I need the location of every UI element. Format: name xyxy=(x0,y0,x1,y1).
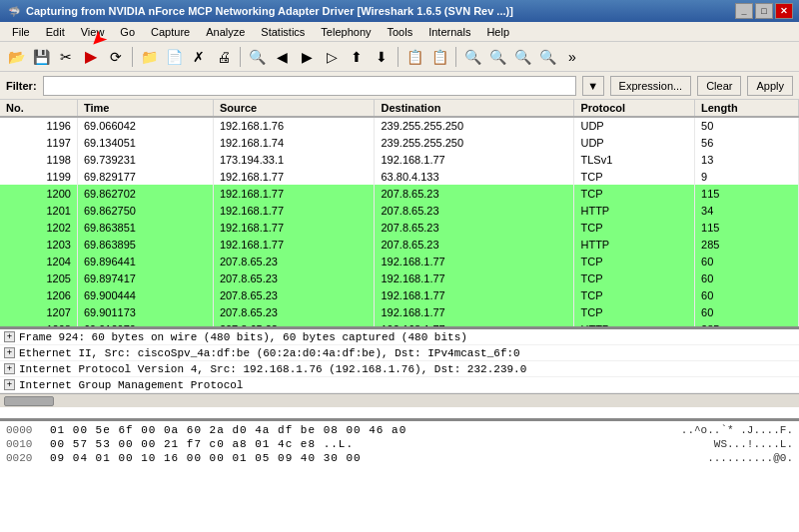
tb-delete[interactable]: ✗ xyxy=(187,45,211,69)
hex-address: 0000 xyxy=(6,424,38,436)
detail-expand-icon[interactable]: + xyxy=(4,379,15,390)
detail-expand-icon[interactable]: + xyxy=(4,347,15,358)
minimize-button[interactable]: _ xyxy=(735,3,753,19)
detail-text: Internet Protocol Version 4, Src: 192.16… xyxy=(19,363,526,375)
hex-row: 002009 04 01 00 10 16 00 00 01 05 09 40 … xyxy=(6,451,793,465)
expression-button[interactable]: Expression... xyxy=(610,76,692,96)
tb-reload[interactable]: ▶ ➤ xyxy=(79,45,103,69)
col-protocol: Protocol xyxy=(574,100,695,117)
packet-detail: +Frame 924: 60 bytes on wire (480 bits),… xyxy=(0,329,799,421)
detail-expand-icon[interactable]: + xyxy=(4,363,15,374)
filter-bar: Filter: ▼ Expression... Clear Apply xyxy=(0,72,799,100)
hex-ascii: ..........@0. xyxy=(707,452,793,464)
menu-statistics[interactable]: Statistics xyxy=(253,22,313,41)
hex-row: 001000 57 53 00 00 21 f7 c0 a8 01 4c e8 … xyxy=(6,437,793,451)
col-source: Source xyxy=(213,100,375,117)
packet-table: No. Time Source Destination Protocol Len… xyxy=(0,100,799,326)
tb-more[interactable]: » xyxy=(560,45,584,69)
tb-zoom-out[interactable]: 🔍 xyxy=(485,45,509,69)
tb-zoom-reset[interactable]: 🔍 xyxy=(510,45,534,69)
menu-analyze[interactable]: Analyze xyxy=(198,22,253,41)
table-row[interactable]: 120669.900444207.8.65.23192.168.1.77TCP6… xyxy=(0,286,799,303)
col-length: Length xyxy=(695,100,799,117)
tb-capture-restart[interactable]: ⟳ xyxy=(104,45,128,69)
filter-input[interactable] xyxy=(43,76,576,96)
tb-next2[interactable]: ▷ xyxy=(320,45,344,69)
hex-view: 000001 00 5e 6f 00 0a 60 2a d0 4a df be … xyxy=(0,421,799,532)
table-row[interactable]: 119769.134051192.168.1.74239.255.255.250… xyxy=(0,134,799,151)
menu-capture[interactable]: Capture xyxy=(143,22,198,41)
main-content: No. Time Source Destination Protocol Len… xyxy=(0,100,799,532)
menu-view[interactable]: View xyxy=(73,22,113,41)
hex-ascii: WS...!....L. xyxy=(714,438,793,450)
menu-go[interactable]: Go xyxy=(112,22,143,41)
table-row[interactable]: 120069.862702192.168.1.77207.8.65.23TCP1… xyxy=(0,185,799,202)
table-row[interactable]: 120369.863895192.168.1.77207.8.65.23HTTP… xyxy=(0,236,799,253)
table-row[interactable]: 120569.897417207.8.65.23192.168.1.77TCP6… xyxy=(0,269,799,286)
filter-label: Filter: xyxy=(6,80,37,92)
apply-button[interactable]: Apply xyxy=(747,76,793,96)
tb-open[interactable]: 📂 xyxy=(4,45,28,69)
detail-row[interactable]: +Ethernet II, Src: ciscoSpv_4a:df:be (60… xyxy=(0,345,799,361)
packet-tbody: 119669.066042192.168.1.76239.255.255.250… xyxy=(0,117,799,326)
detail-rows: +Frame 924: 60 bytes on wire (480 bits),… xyxy=(0,329,799,393)
table-row[interactable]: 120269.863851192.168.1.77207.8.65.23TCP1… xyxy=(0,219,799,236)
app-icon: 🦈 xyxy=(6,3,22,19)
maximize-button[interactable]: □ xyxy=(755,3,773,19)
tb-prev[interactable]: ◀ xyxy=(270,45,294,69)
hex-address: 0020 xyxy=(6,452,38,464)
tb-find[interactable]: 🔍 xyxy=(245,45,269,69)
table-row[interactable]: 119669.066042192.168.1.76239.255.255.250… xyxy=(0,117,799,134)
table-row[interactable]: 120769.901173207.8.65.23192.168.1.77TCP6… xyxy=(0,303,799,320)
detail-row[interactable]: +Internet Protocol Version 4, Src: 192.1… xyxy=(0,361,799,377)
menu-internals[interactable]: Internals xyxy=(420,22,478,41)
toolbar: 📂 💾 ✂ ▶ ➤ ⟳ 📁 📄 ✗ 🖨 🔍 ◀ ▶ ▷ ⬆ ⬇ 📋 📋 🔍 🔍 … xyxy=(0,42,799,72)
tb-open-file[interactable]: 📁 xyxy=(137,45,161,69)
menu-file[interactable]: File xyxy=(4,22,38,41)
table-row[interactable]: 119969.829177192.168.1.7763.80.4.133TCP9 xyxy=(0,168,799,185)
tb-save[interactable]: 💾 xyxy=(29,45,53,69)
detail-expand-icon[interactable]: + xyxy=(4,331,15,342)
col-destination: Destination xyxy=(375,100,574,117)
window-title: Capturing from NVIDIA nForce MCP Network… xyxy=(26,5,735,17)
close-button[interactable]: ✕ xyxy=(775,3,793,19)
clear-button[interactable]: Clear xyxy=(697,76,741,96)
tb-zoom-in[interactable]: 🔍 xyxy=(460,45,484,69)
hex-row: 000001 00 5e 6f 00 0a 60 2a d0 4a df be … xyxy=(6,423,793,437)
table-row[interactable]: 120469.896441207.8.65.23192.168.1.77TCP6… xyxy=(0,253,799,269)
tb-next[interactable]: ▶ xyxy=(295,45,319,69)
table-row[interactable]: 120169.862750192.168.1.77207.8.65.23HTTP… xyxy=(0,202,799,219)
toolbar-separator-2 xyxy=(240,47,241,67)
filter-dropdown[interactable]: ▼ xyxy=(582,76,604,96)
toolbar-separator-1 xyxy=(132,47,133,67)
window-controls[interactable]: _ □ ✕ xyxy=(735,3,793,19)
detail-hscroll[interactable] xyxy=(0,393,799,407)
col-time: Time xyxy=(77,100,213,117)
packet-list: No. Time Source Destination Protocol Len… xyxy=(0,100,799,329)
tb-zoom-full[interactable]: 🔍 xyxy=(535,45,559,69)
hex-bytes: 00 57 53 00 00 21 f7 c0 a8 01 4c e8 ..L. xyxy=(50,438,702,450)
tb-up[interactable]: ⬆ xyxy=(345,45,369,69)
menu-bar: File Edit View Go Capture Analyze Statis… xyxy=(0,22,799,42)
hex-bytes: 01 00 5e 6f 00 0a 60 2a d0 4a df be 08 0… xyxy=(50,424,669,436)
menu-telephony[interactable]: Telephony xyxy=(313,22,379,41)
detail-row[interactable]: +Internet Group Management Protocol xyxy=(0,377,799,393)
detail-row[interactable]: +Frame 924: 60 bytes on wire (480 bits),… xyxy=(0,329,799,345)
table-row[interactable]: 120869.912970207.8.65.23192.168.1.77HTTP… xyxy=(0,320,799,326)
menu-help[interactable]: Help xyxy=(478,22,517,41)
tb-down[interactable]: ⬇ xyxy=(370,45,394,69)
tb-save-file[interactable]: 📄 xyxy=(162,45,186,69)
menu-edit[interactable]: Edit xyxy=(38,22,73,41)
tb-colorize2[interactable]: 📋 xyxy=(427,45,451,69)
table-row[interactable]: 119869.739231173.194.33.1192.168.1.77TLS… xyxy=(0,151,799,168)
col-no: No. xyxy=(0,100,77,117)
hex-bytes: 09 04 01 00 10 16 00 00 01 05 09 40 30 0… xyxy=(50,452,695,464)
tb-colorize[interactable]: 📋 xyxy=(402,45,426,69)
tb-close[interactable]: ✂ xyxy=(54,45,78,69)
menu-tools[interactable]: Tools xyxy=(380,22,421,41)
tb-print[interactable]: 🖨 xyxy=(212,45,236,69)
hex-address: 0010 xyxy=(6,438,38,450)
hex-rows: 000001 00 5e 6f 00 0a 60 2a d0 4a df be … xyxy=(6,423,793,465)
title-bar: 🦈 Capturing from NVIDIA nForce MCP Netwo… xyxy=(0,0,799,22)
table-header: No. Time Source Destination Protocol Len… xyxy=(0,100,799,117)
